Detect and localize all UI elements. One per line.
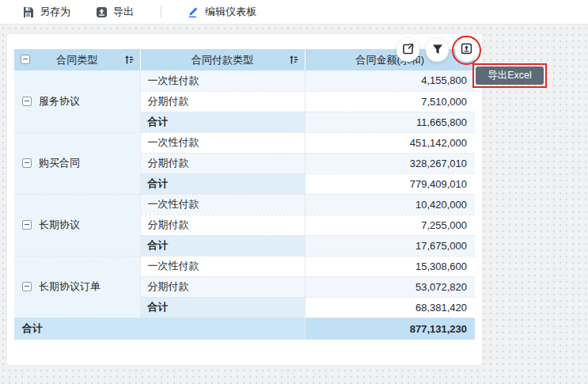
edit-pencil-icon — [187, 6, 199, 18]
payment-type-cell: 分期付款 — [140, 153, 305, 173]
group-cell: 服务协议 — [14, 70, 140, 132]
amount-cell: 53,072,820 — [305, 276, 475, 297]
amount-cell: 451,142,000 — [305, 132, 475, 153]
amount-cell: 7,510,000 — [305, 91, 475, 112]
expand-chart-button[interactable] — [396, 39, 419, 62]
payment-type-cell: 分期付款 — [140, 276, 305, 297]
subtotal-amount-cell: 11,665,800 — [305, 112, 475, 132]
group-label: 长期协议订单 — [39, 279, 101, 294]
subtotal-amount-cell: 17,675,000 — [305, 235, 475, 256]
payment-type-cell: 一次性付款 — [140, 194, 305, 215]
expand-icon — [402, 43, 414, 58]
header-contract-type-label: 合同类型 — [56, 54, 97, 66]
subtotal-label-cell: 合计 — [140, 297, 305, 317]
payment-type-cell: 一次性付款 — [140, 132, 305, 153]
payment-type-cell: 分期付款 — [140, 215, 305, 235]
save-as-label: 另存为 — [40, 5, 70, 19]
amount-cell: 328,267,010 — [305, 153, 475, 173]
export-excel-label: 导出Excel — [487, 69, 532, 82]
amount-cell: 15,308,600 — [305, 256, 475, 276]
table-row: 长期协议 一次性付款 10,420,000 — [14, 194, 475, 215]
payment-type-cell: 分期付款 — [140, 91, 305, 112]
header-payment-type-label: 合同付款类型 — [192, 54, 253, 66]
collapse-all-icon[interactable] — [21, 55, 30, 64]
amount-cell: 7,255,000 — [305, 215, 475, 235]
collapse-group-icon[interactable] — [22, 158, 32, 168]
header-payment-type: 合同付款类型 — [140, 49, 305, 70]
export-icon — [96, 6, 108, 18]
amount-cell: 4,155,800 — [305, 70, 475, 91]
edit-dashboard-label: 编辑仪表板 — [205, 5, 256, 19]
edit-dashboard-button[interactable]: 编辑仪表板 — [187, 5, 256, 19]
top-toolbar: 另存为 导出 编辑仪表板 — [0, 0, 588, 25]
payment-type-cell: 一次性付款 — [140, 256, 305, 276]
table-row: 长期协议订单 一次性付款 15,308,600 — [14, 256, 475, 276]
amount-cell: 10,420,000 — [305, 194, 475, 215]
filter-icon — [432, 44, 443, 58]
subtotal-label-cell: 合计 — [140, 112, 305, 132]
toolbar-divider — [161, 6, 161, 18]
export-button[interactable]: 导出 — [96, 5, 134, 19]
header-amount: 合同金额(求和) — [305, 49, 475, 70]
export-chart-button[interactable] — [455, 39, 478, 62]
filter-chart-button[interactable] — [426, 39, 449, 62]
group-label: 长期协议 — [39, 218, 80, 232]
group-cell: 长期协议订单 — [14, 256, 140, 317]
collapse-group-icon[interactable] — [22, 220, 32, 230]
table-row: 购买合同 一次性付款 451,142,000 — [14, 132, 475, 153]
save-icon — [22, 6, 34, 18]
export-excel-menu-item[interactable]: 导出Excel — [476, 67, 544, 85]
save-as-button[interactable]: 另存为 — [22, 5, 70, 19]
subtotal-label-cell: 合计 — [140, 173, 305, 194]
pivot-table: 合同类型 合同付款类型 合同金额(求和) 服务协议 一次性付款 4,155,80… — [14, 49, 475, 340]
export-label: 导出 — [113, 5, 134, 19]
grand-total-label: 合计 — [14, 317, 305, 340]
collapse-group-icon[interactable] — [22, 282, 32, 291]
subtotal-amount-cell: 779,409,010 — [305, 173, 475, 194]
collapse-group-icon[interactable] — [22, 97, 32, 106]
sort-icon[interactable] — [124, 55, 135, 67]
header-contract-type: 合同类型 — [14, 49, 140, 70]
subtotal-label-cell: 合计 — [140, 235, 305, 256]
export-chart-icon — [461, 43, 472, 58]
subtotal-amount-cell: 68,381,420 — [305, 297, 475, 317]
group-label: 购买合同 — [39, 156, 80, 170]
sort-icon[interactable] — [289, 55, 299, 67]
payment-type-cell: 一次性付款 — [140, 70, 305, 91]
grand-total-row: 合计 877,131,230 — [14, 317, 475, 340]
group-cell: 长期协议 — [14, 194, 140, 256]
table-row: 服务协议 一次性付款 4,155,800 — [14, 70, 475, 91]
group-cell: 购买合同 — [14, 132, 140, 194]
group-label: 服务协议 — [39, 94, 80, 108]
grand-total-value: 877,131,230 — [305, 317, 475, 340]
